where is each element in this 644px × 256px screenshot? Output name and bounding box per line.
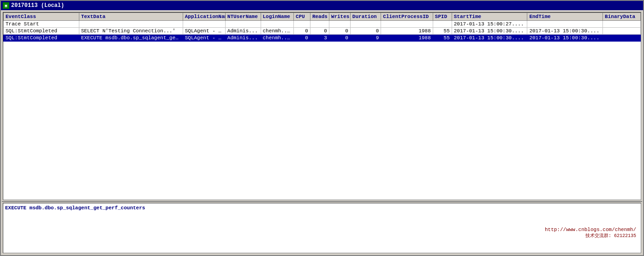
cell-eventclass: SQL:StmtCompleted <box>4 35 79 42</box>
cell-spid: 55 <box>433 28 452 35</box>
col-header-cpu: CPU <box>294 13 310 21</box>
cell-eventclass: SQL:StmtCompleted <box>4 28 79 35</box>
cell-binarydata <box>603 35 641 42</box>
cell-reads: 3 <box>310 35 329 42</box>
window-title: 20170113 (Local) <box>11 2 641 9</box>
table-area[interactable]: EventClassTextDataApplicationNameNTUserN… <box>3 12 641 200</box>
cell-appname: SQLAgent - A... <box>183 35 225 42</box>
cell-ntusername: Adminis... <box>225 35 261 42</box>
table-header-row: EventClassTextDataApplicationNameNTUserN… <box>4 13 641 21</box>
bottom-panel: EXECUTE msdb.dbo.sp_sqlagent_get_perf_co… <box>2 201 642 254</box>
cell-loginname <box>261 21 294 28</box>
cell-cpu: 0 <box>294 35 310 42</box>
cell-textdata: EXECUTE msdb.dbo.sp_sqlagent_get_pe... <box>79 35 183 42</box>
cell-binarydata <box>603 21 641 28</box>
main-window: ▣ 20170113 (Local) EventClassTextDataApp… <box>0 0 644 256</box>
col-header-spid: SPID <box>433 13 452 21</box>
col-header-endtime: EndTime <box>527 13 603 21</box>
cell-writes: 0 <box>329 28 350 35</box>
cell-endtime <box>527 21 603 28</box>
cell-loginname: chenmh.... <box>261 28 294 35</box>
cell-endtime: 2017-01-13 15:00:30.... <box>527 35 603 42</box>
col-header-loginname: LoginName <box>261 13 294 21</box>
cell-cpu <box>294 21 310 28</box>
cell-duration <box>350 21 381 28</box>
watermark-url: http://www.cnblogs.com/chenmh/ <box>545 227 636 232</box>
cell-textdata: SELECT N'Testing Connection...' <box>79 28 183 35</box>
cell-starttime: 2017-01-13 15:00:30.... <box>452 35 527 42</box>
col-header-binarydata: BinaryData <box>603 13 641 21</box>
col-header-eventclass: EventClass <box>4 13 79 21</box>
col-header-textdata: TextData <box>79 13 183 21</box>
cell-spid <box>433 21 452 28</box>
cell-clientpid <box>381 21 433 28</box>
table-row[interactable]: SQL:StmtCompletedEXECUTE msdb.dbo.sp_sql… <box>4 35 641 42</box>
col-header-reads: Reads <box>310 13 329 21</box>
cell-writes <box>329 21 350 28</box>
cell-reads: 0 <box>310 28 329 35</box>
watermark-group: 技术交流群: 62122135 <box>545 232 636 239</box>
cell-starttime: 2017-01-13 15:00:27.... <box>452 21 527 28</box>
col-header-ntusername: NTUserName <box>225 13 261 21</box>
window-icon: ▣ <box>3 2 9 9</box>
table-container: EventClassTextDataApplicationNameNTUserN… <box>3 12 641 200</box>
cell-clientpid: 1988 <box>381 28 433 35</box>
cell-textdata <box>79 21 183 28</box>
cell-appname: SQLAgent - A... <box>183 28 225 35</box>
cell-ntusername <box>225 21 261 28</box>
col-header-appname: ApplicationName <box>183 13 225 21</box>
cell-reads <box>310 21 329 28</box>
cell-binarydata <box>603 28 641 35</box>
cell-duration: 0 <box>350 28 381 35</box>
col-header-writes: Writes <box>329 13 350 21</box>
table-row[interactable]: SQL:StmtCompletedSELECT N'Testing Connec… <box>4 28 641 35</box>
trace-table: EventClassTextDataApplicationNameNTUserN… <box>3 12 641 42</box>
cell-endtime: 2017-01-13 15:00:30.... <box>527 28 603 35</box>
cell-ntusername: Adminis... <box>225 28 261 35</box>
cell-writes: 0 <box>329 35 350 42</box>
cell-appname <box>183 21 225 28</box>
title-bar: ▣ 20170113 (Local) <box>1 1 643 10</box>
cell-clientpid: 1988 <box>381 35 433 42</box>
cell-cpu: 0 <box>294 28 310 35</box>
table-row[interactable]: Trace Start2017-01-13 15:00:27.... <box>4 21 641 28</box>
cell-spid: 55 <box>433 35 452 42</box>
col-header-duration: Duration <box>350 13 381 21</box>
cell-starttime: 2017-01-13 15:00:30.... <box>452 28 527 35</box>
cell-eventclass: Trace Start <box>4 21 79 28</box>
sql-text-panel: EXECUTE msdb.dbo.sp_sqlagent_get_perf_co… <box>3 203 641 253</box>
sql-text-content: EXECUTE msdb.dbo.sp_sqlagent_get_perf_co… <box>5 205 145 211</box>
cell-duration: 9 <box>350 35 381 42</box>
col-header-clientpid: ClientProcessID <box>381 13 433 21</box>
col-header-starttime: StartTime <box>452 13 527 21</box>
watermark: http://www.cnblogs.com/chenmh/ 技术交流群: 62… <box>545 227 636 239</box>
cell-loginname: chenmh.... <box>261 35 294 42</box>
